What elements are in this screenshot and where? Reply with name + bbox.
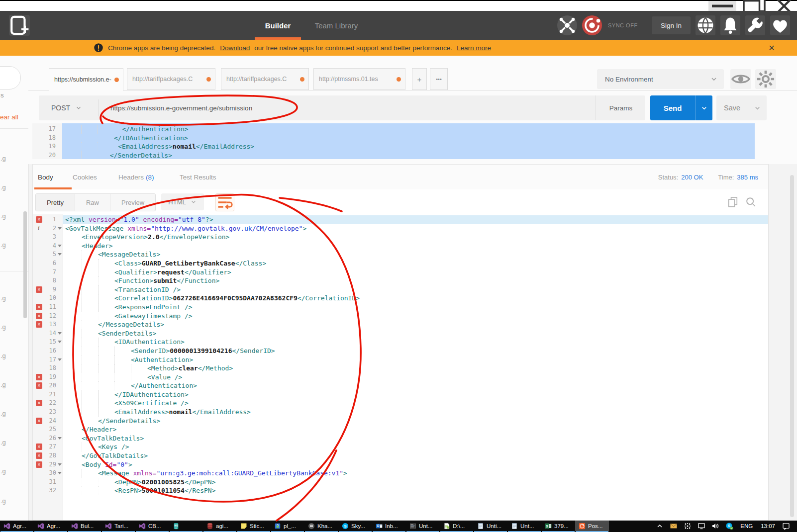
search-response-button[interactable]: [745, 196, 756, 207]
environment-preview-button[interactable]: [730, 69, 751, 89]
taskbar-item[interactable]: Unt...: [507, 521, 541, 531]
taskbar-item[interactable]: pl_...: [271, 521, 304, 531]
taskbar-item[interactable]: Kha...: [304, 521, 338, 531]
taskbar-item[interactable]: agi...: [203, 521, 237, 531]
minimize-button[interactable]: [708, 1, 736, 11]
taskbar-item-label: Stic...: [250, 523, 264, 529]
request-tab[interactable]: https://submission.e-g: [49, 68, 123, 91]
taskbar-item[interactable]: Agr...: [0, 521, 34, 531]
fold-caret-icon[interactable]: [58, 437, 62, 440]
code-line: 3<EnvelopeVersion>2.0</EnvelopeVersion>: [33, 233, 768, 242]
favorites-button[interactable]: [770, 15, 790, 35]
history-item[interactable]: .g: [0, 381, 6, 388]
environment-settings-button[interactable]: [755, 69, 776, 89]
taskbar-item[interactable]: D:\...: [440, 521, 474, 531]
fold-caret-icon[interactable]: [58, 227, 62, 230]
history-item[interactable]: .g: [0, 497, 6, 505]
download-link[interactable]: Download: [220, 44, 250, 52]
history-item[interactable]: .g: [0, 323, 6, 331]
fold-caret-icon[interactable]: [58, 253, 62, 256]
history-search-input[interactable]: [0, 66, 21, 89]
taskbar-item[interactable]: CB...: [135, 521, 169, 531]
taskbar-item[interactable]: Pos...: [575, 521, 609, 531]
request-tab[interactable]: http://ptmssms.01.tes: [313, 68, 405, 90]
history-item[interactable]: .g: [0, 467, 6, 475]
history-item[interactable]: .g: [0, 183, 6, 191]
open-new-tab-button[interactable]: +: [412, 68, 427, 90]
history-item[interactable]: .g: [0, 212, 6, 220]
history-item[interactable]: .g: [0, 439, 6, 446]
taskbar-item[interactable]: Stic...: [237, 521, 271, 531]
view-mode-raw[interactable]: Raw: [75, 194, 110, 211]
sidebar-scrollbar[interactable]: [23, 211, 27, 318]
request-tab[interactable]: http://tariffpackages.C: [221, 68, 309, 90]
save-button[interactable]: Save: [716, 95, 767, 120]
response-tab-headers[interactable]: Headers(8): [118, 165, 154, 189]
params-button[interactable]: Params: [596, 95, 646, 120]
fold-caret-icon[interactable]: [58, 332, 62, 335]
response-tab-body[interactable]: Body: [38, 165, 53, 189]
taskbar-item[interactable]: X379...: [541, 521, 575, 531]
send-options-button[interactable]: [695, 95, 712, 120]
response-body-viewer[interactable]: ×1<?xml version="1.0" encoding="utf-8"?>…: [33, 214, 768, 520]
language-indicator[interactable]: ENG: [740, 523, 753, 529]
clear-all-link[interactable]: ear all: [0, 113, 18, 121]
response-tab-test-results[interactable]: Test Results: [180, 165, 216, 189]
fold-caret-icon[interactable]: [58, 341, 62, 343]
request-body-editor[interactable]: 17</Authentication>18</IDAuthentication>…: [32, 123, 755, 159]
tray-app-icon[interactable]: [684, 522, 692, 530]
response-tab-cookies[interactable]: Cookies: [73, 165, 97, 189]
action-center-icon[interactable]: [782, 522, 790, 530]
indent-guide: [82, 469, 82, 478]
send-button[interactable]: Send: [650, 95, 712, 120]
history-item[interactable]: .g: [0, 410, 6, 417]
environment-select[interactable]: No Environment: [597, 69, 724, 89]
banner-close-icon[interactable]: ✕: [766, 42, 777, 53]
taskbar-item[interactable]: Unti...: [474, 521, 507, 531]
learn-more-link[interactable]: Learn more: [457, 44, 491, 52]
method-select[interactable]: POST: [51, 95, 82, 120]
taskbar-item[interactable]: Unt...: [406, 521, 440, 531]
proxy-capture-button[interactable]: [557, 15, 577, 35]
history-item[interactable]: .g: [0, 155, 6, 162]
url-input[interactable]: https://submission.e-government.ge/submi…: [110, 95, 252, 120]
taskbar-item[interactable]: OInb...: [372, 521, 406, 531]
save-options-button[interactable]: [748, 95, 767, 120]
copy-button[interactable]: [727, 196, 738, 207]
tray-skype-icon[interactable]: S: [725, 522, 733, 530]
tray-volume-icon[interactable]: [711, 522, 719, 530]
close-button[interactable]: [770, 1, 797, 11]
sign-in-button[interactable]: Sign In: [652, 16, 691, 34]
tab-team-library[interactable]: Team Library: [308, 11, 364, 40]
tray-chevron-up-icon[interactable]: [656, 522, 664, 530]
fold-caret-icon[interactable]: [58, 463, 62, 466]
view-mode-pretty[interactable]: Pretty: [36, 194, 75, 211]
history-item[interactable]: .g: [0, 294, 6, 302]
taskbar-item[interactable]: Tari...: [101, 521, 135, 531]
settings-button[interactable]: [745, 15, 765, 35]
wrap-text-button[interactable]: [215, 193, 234, 211]
tab-options-button[interactable]: •••: [430, 68, 448, 90]
history-item[interactable]: .g: [0, 352, 6, 359]
notifications-button[interactable]: [720, 15, 740, 35]
taskbar-item[interactable]: Bul...: [68, 521, 101, 531]
taskbar-item[interactable]: WS: [169, 521, 203, 531]
restore-button[interactable]: [740, 1, 768, 11]
view-mode-preview[interactable]: Preview: [110, 194, 155, 211]
page-scrollbar[interactable]: [790, 175, 794, 517]
interceptor-button[interactable]: [696, 15, 715, 35]
fold-caret-icon[interactable]: [58, 358, 62, 361]
tray-mail-icon[interactable]: [670, 522, 678, 530]
taskbar-item[interactable]: Agr...: [34, 521, 68, 531]
tray-network-icon[interactable]: [697, 522, 705, 530]
clock[interactable]: 13:07: [761, 523, 775, 529]
sync-button[interactable]: [582, 15, 602, 35]
format-select[interactable]: HTML: [161, 193, 204, 210]
taskbar-item[interactable]: SSky...: [338, 521, 372, 531]
request-tab[interactable]: http://tariffpackages.C: [127, 68, 215, 90]
fold-caret-icon[interactable]: [58, 245, 62, 247]
new-tab-button[interactable]: [9, 15, 30, 36]
fold-caret-icon[interactable]: [58, 472, 62, 474]
tab-builder[interactable]: Builder: [255, 11, 301, 40]
history-item[interactable]: .g: [0, 241, 6, 249]
